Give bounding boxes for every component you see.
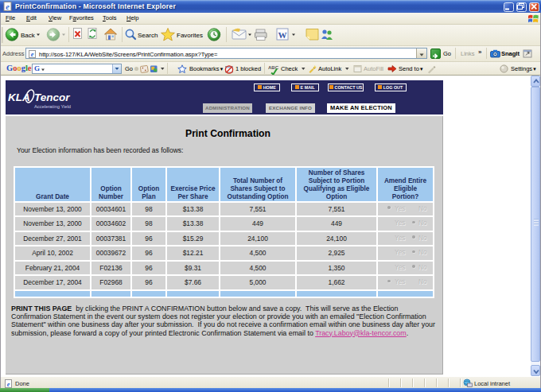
svg-text:Favorites: Favorites bbox=[177, 32, 203, 39]
svg-text:e: e bbox=[31, 51, 34, 58]
svg-text:Tencor: Tencor bbox=[34, 91, 70, 103]
svg-text:Back: Back bbox=[21, 32, 36, 39]
svg-text:e: e bbox=[6, 2, 10, 11]
svg-text:W: W bbox=[278, 30, 287, 40]
svg-text:Search: Search bbox=[138, 32, 158, 39]
svg-text:Accelerating Yield: Accelerating Yield bbox=[34, 104, 71, 109]
svg-text:e: e bbox=[7, 380, 10, 387]
